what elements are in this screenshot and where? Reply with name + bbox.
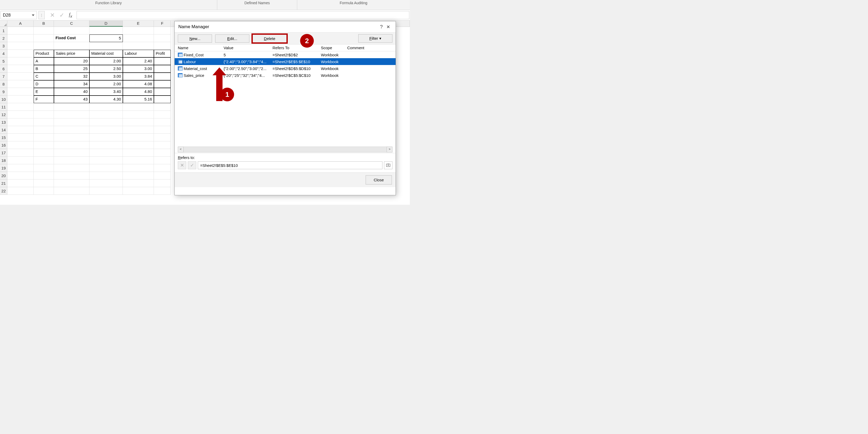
cell[interactable]: 25: [54, 65, 89, 73]
name-box-expand-button[interactable]: ⋮: [38, 11, 45, 19]
cell-header-sales[interactable]: Sales price: [54, 50, 89, 57]
cell[interactable]: 3.00: [123, 65, 154, 73]
cell[interactable]: [34, 34, 54, 42]
cell[interactable]: [7, 111, 34, 118]
cell[interactable]: [7, 103, 34, 111]
column-header[interactable]: E: [123, 21, 154, 27]
list-hscroll[interactable]: < >: [175, 146, 396, 153]
row-header[interactable]: 10: [0, 95, 7, 103]
col-value[interactable]: Value: [224, 46, 273, 50]
cell[interactable]: [89, 179, 123, 187]
cell[interactable]: [154, 65, 171, 73]
row-header[interactable]: 15: [0, 134, 7, 141]
cell[interactable]: [123, 164, 154, 172]
column-header[interactable]: D: [89, 21, 123, 27]
cell[interactable]: [54, 172, 89, 179]
cell[interactable]: 3.00: [89, 73, 123, 80]
cell[interactable]: [7, 65, 34, 73]
cell[interactable]: [154, 103, 171, 111]
close-icon[interactable]: ✕: [384, 24, 392, 30]
delete-button[interactable]: Delete: [252, 34, 287, 42]
cell[interactable]: [54, 141, 89, 149]
cell[interactable]: [7, 164, 34, 172]
row-header[interactable]: 1: [0, 27, 7, 34]
cell[interactable]: [89, 118, 123, 126]
select-all-corner[interactable]: [0, 21, 7, 27]
cell[interactable]: [123, 149, 154, 156]
cell[interactable]: [123, 134, 154, 141]
cell[interactable]: [154, 80, 171, 88]
enter-icon[interactable]: ✓: [59, 12, 64, 19]
cell[interactable]: [7, 118, 34, 126]
cell[interactable]: [7, 88, 34, 95]
cell[interactable]: [89, 42, 123, 50]
cell[interactable]: [54, 42, 89, 50]
cell[interactable]: [123, 111, 154, 118]
column-header[interactable]: C: [54, 21, 89, 27]
cell[interactable]: C: [34, 73, 54, 80]
cell[interactable]: [154, 164, 171, 172]
row-header[interactable]: 2: [0, 34, 7, 42]
help-icon[interactable]: ?: [378, 24, 384, 30]
cell[interactable]: [154, 34, 171, 42]
filter-button[interactable]: Filter ▾: [358, 34, 393, 42]
cell[interactable]: [123, 156, 154, 164]
cell[interactable]: [7, 179, 34, 187]
col-comment[interactable]: Comment: [347, 46, 393, 50]
close-button[interactable]: Close: [366, 175, 392, 184]
cell-header-material[interactable]: Material cost: [89, 50, 123, 57]
row-header[interactable]: 9: [0, 88, 7, 95]
row-header[interactable]: 4: [0, 50, 7, 57]
cell[interactable]: [54, 103, 89, 111]
cell[interactable]: [34, 42, 54, 50]
row-header[interactable]: 20: [0, 172, 7, 179]
cell[interactable]: [154, 141, 171, 149]
cell[interactable]: [154, 88, 171, 95]
cell-fixed-cost-value[interactable]: 5: [89, 34, 123, 42]
cell[interactable]: [89, 156, 123, 164]
cell[interactable]: [123, 118, 154, 126]
cell[interactable]: [54, 126, 89, 134]
refers-accept-button[interactable]: ✓: [188, 161, 196, 169]
col-scope[interactable]: Scope: [321, 46, 347, 50]
cell[interactable]: 4.30: [89, 95, 123, 103]
cell[interactable]: [34, 134, 54, 141]
row-header[interactable]: 17: [0, 149, 7, 156]
cell[interactable]: A: [34, 57, 54, 65]
cell[interactable]: [154, 57, 171, 65]
cell[interactable]: 4.08: [123, 80, 154, 88]
cell[interactable]: [89, 141, 123, 149]
cell[interactable]: [54, 111, 89, 118]
cell[interactable]: [34, 172, 54, 179]
cell[interactable]: 20: [54, 57, 89, 65]
name-list-body[interactable]: Fixed_Cost 5 =Sheet2!$D$2 Workbook Labou…: [175, 51, 396, 146]
cell[interactable]: [54, 134, 89, 141]
cell-header-labour[interactable]: Labour: [123, 50, 154, 57]
cell[interactable]: [123, 141, 154, 149]
cell[interactable]: [7, 50, 34, 57]
dialog-titlebar[interactable]: Name Manager ? ✕: [175, 21, 396, 32]
cell-fixed-cost-label[interactable]: Fixed Cost: [54, 34, 89, 42]
name-list-row[interactable]: Material_cost {"2.00";"2.50";"3.00";"2..…: [175, 65, 396, 72]
cell[interactable]: [154, 118, 171, 126]
cell[interactable]: [7, 149, 34, 156]
cell[interactable]: [89, 172, 123, 179]
cell[interactable]: [34, 141, 54, 149]
cell[interactable]: [34, 156, 54, 164]
cell[interactable]: [89, 164, 123, 172]
cell[interactable]: [89, 149, 123, 156]
cell[interactable]: [123, 172, 154, 179]
cell[interactable]: [34, 164, 54, 172]
cell[interactable]: [89, 111, 123, 118]
name-list-row-selected[interactable]: Labour {"2.40";"3.00";"3.84";"4... =Shee…: [175, 58, 396, 65]
cell[interactable]: [54, 187, 89, 195]
refers-to-input[interactable]: [198, 161, 382, 169]
cell[interactable]: [7, 126, 34, 134]
row-header[interactable]: 7: [0, 73, 7, 80]
cell[interactable]: [154, 179, 171, 187]
cell[interactable]: [123, 187, 154, 195]
cell[interactable]: E: [34, 88, 54, 95]
cell[interactable]: [154, 111, 171, 118]
cell[interactable]: [154, 27, 171, 34]
cell[interactable]: [89, 126, 123, 134]
